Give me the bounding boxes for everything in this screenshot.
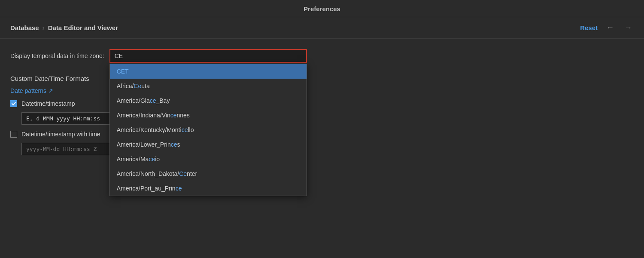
custom-formats-title: Custom Date/Time Formats bbox=[10, 75, 634, 82]
timezone-setting-row: Display temporal data in time zone: CET … bbox=[10, 49, 634, 63]
back-button[interactable]: ← bbox=[605, 22, 616, 33]
datetime-with-time-label: Datetime/timestamp with time bbox=[21, 131, 100, 138]
main-content: Display temporal data in time zone: CET … bbox=[0, 39, 644, 258]
breadcrumb-current: Data Editor and Viewer bbox=[48, 24, 118, 31]
datetime-with-time-checkbox[interactable] bbox=[10, 131, 17, 138]
page: Preferences Database › Data Editor and V… bbox=[0, 0, 644, 258]
reset-button[interactable]: Reset bbox=[580, 24, 598, 31]
timezone-input[interactable] bbox=[109, 49, 307, 63]
datetime-checkbox-label: Datetime/timestamp bbox=[21, 100, 75, 107]
breadcrumb-actions: Reset ← → bbox=[580, 22, 634, 33]
timezone-dropdown: CET Africa/Ceuta America/Glace_Bay Ameri… bbox=[109, 64, 307, 196]
title-label: Preferences bbox=[304, 5, 340, 12]
datetime-with-time-checkbox-row: Datetime/timestamp with time bbox=[10, 131, 634, 138]
dropdown-item-america-indiana-vincennes[interactable]: America/Indiana/Vincennes bbox=[110, 108, 307, 123]
breadcrumb-database[interactable]: Database bbox=[10, 24, 39, 31]
dropdown-item-america-maceio[interactable]: America/Maceio bbox=[110, 152, 307, 166]
dropdown-item-cet[interactable]: CET bbox=[110, 64, 307, 79]
breadcrumb-separator: › bbox=[43, 24, 45, 31]
checkmark-icon bbox=[12, 101, 16, 106]
dropdown-item-america-port-au-prince[interactable]: America/Port_au_Prince bbox=[110, 181, 307, 196]
dropdown-item-africa-ceuta[interactable]: Africa/Ceuta bbox=[110, 79, 307, 93]
breadcrumb-bar: Database › Data Editor and Viewer Reset … bbox=[0, 17, 644, 39]
datetime-checkbox-row: Datetime/timestamp bbox=[10, 100, 634, 107]
date-patterns-link[interactable]: Date patterns ↗ bbox=[10, 87, 53, 94]
datetime-checkbox[interactable] bbox=[10, 100, 17, 107]
timezone-label: Display temporal data in time zone: bbox=[10, 52, 104, 59]
dropdown-item-america-kentucky-monticello[interactable]: America/Kentucky/Monticello bbox=[110, 123, 307, 137]
title-bar: Preferences bbox=[0, 0, 644, 17]
dropdown-item-america-glace-bay[interactable]: America/Glace_Bay bbox=[110, 93, 307, 108]
dropdown-item-cet-label: CET bbox=[117, 68, 129, 75]
forward-button[interactable]: → bbox=[623, 22, 634, 33]
dropdown-item-america-lower-princes[interactable]: America/Lower_Princes bbox=[110, 137, 307, 152]
timezone-input-wrapper: CET Africa/Ceuta America/Glace_Bay Ameri… bbox=[109, 49, 307, 63]
custom-formats-section: Custom Date/Time Formats Date patterns ↗… bbox=[10, 75, 634, 161]
dropdown-item-america-north-dakota-center[interactable]: America/North_Dakota/Center bbox=[110, 166, 307, 181]
